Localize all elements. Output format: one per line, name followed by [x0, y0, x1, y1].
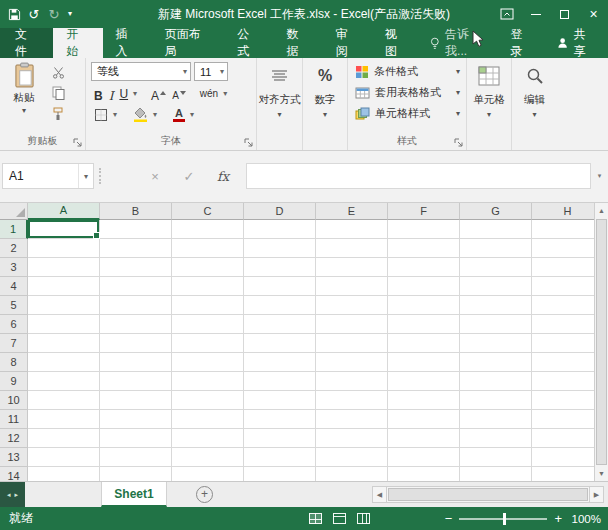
cell-G1[interactable]: [460, 220, 532, 239]
cell-C7[interactable]: [172, 334, 244, 353]
cell-D7[interactable]: [244, 334, 316, 353]
expand-formula-bar-button[interactable]: ▾: [592, 163, 607, 189]
cell-G2[interactable]: [460, 239, 532, 258]
cell-A3[interactable]: [28, 258, 100, 277]
save-button[interactable]: [4, 2, 24, 26]
cell-C8[interactable]: [172, 353, 244, 372]
cell-C5[interactable]: [172, 296, 244, 315]
cell-D2[interactable]: [244, 239, 316, 258]
scroll-up-button[interactable]: ▲: [595, 203, 608, 218]
cell-E6[interactable]: [316, 315, 388, 334]
cell-E7[interactable]: [316, 334, 388, 353]
previous-sheet-icon[interactable]: ◂: [7, 491, 11, 499]
paste-button[interactable]: 粘贴 ▾: [4, 62, 44, 126]
cell-A1[interactable]: [28, 220, 100, 239]
cell-F12[interactable]: [388, 429, 460, 448]
cancel-button[interactable]: ×: [140, 163, 170, 189]
tab-insert[interactable]: 插入: [103, 28, 152, 58]
phonetic-guide-button[interactable]: wén ▾: [197, 84, 230, 103]
borders-button[interactable]: ▾: [91, 105, 120, 124]
cell-F11[interactable]: [388, 410, 460, 429]
row-header-12[interactable]: 12: [0, 429, 28, 448]
row-header-2[interactable]: 2: [0, 239, 28, 258]
conditional-formatting-button[interactable]: 条件格式 ▾: [351, 62, 463, 81]
share-button[interactable]: 共享: [545, 28, 608, 58]
sheet-tab-sheet1[interactable]: Sheet1: [101, 482, 167, 507]
shrink-font-button[interactable]: A: [169, 84, 189, 103]
cell-A4[interactable]: [28, 277, 100, 296]
tab-file[interactable]: 文件: [0, 28, 53, 58]
cell-E12[interactable]: [316, 429, 388, 448]
cell-G3[interactable]: [460, 258, 532, 277]
cell-C13[interactable]: [172, 448, 244, 467]
cell-A2[interactable]: [28, 239, 100, 258]
cell-A14[interactable]: [28, 467, 100, 481]
cell-F1[interactable]: [388, 220, 460, 239]
cell-G12[interactable]: [460, 429, 532, 448]
cell-F2[interactable]: [388, 239, 460, 258]
cell-E4[interactable]: [316, 277, 388, 296]
cell-E3[interactable]: [316, 258, 388, 277]
row-header-8[interactable]: 8: [0, 353, 28, 372]
cell-G10[interactable]: [460, 391, 532, 410]
cell-B8[interactable]: [100, 353, 172, 372]
ribbon-display-options-button[interactable]: [492, 0, 521, 28]
cell-A6[interactable]: [28, 315, 100, 334]
alignment-button[interactable]: 对齐方式 ▾: [258, 63, 302, 119]
cell-B9[interactable]: [100, 372, 172, 391]
grow-font-button[interactable]: A: [148, 84, 169, 103]
new-sheet-button[interactable]: +: [196, 486, 213, 503]
row-header-10[interactable]: 10: [0, 391, 28, 410]
cell-C11[interactable]: [172, 410, 244, 429]
cell-B13[interactable]: [100, 448, 172, 467]
bold-button[interactable]: B: [91, 84, 106, 103]
cell-G7[interactable]: [460, 334, 532, 353]
cell-C9[interactable]: [172, 372, 244, 391]
cell-D10[interactable]: [244, 391, 316, 410]
cell-B5[interactable]: [100, 296, 172, 315]
cell-B14[interactable]: [100, 467, 172, 481]
cell-B2[interactable]: [100, 239, 172, 258]
cell-E14[interactable]: [316, 467, 388, 481]
tab-home[interactable]: 开始: [53, 28, 102, 58]
format-as-table-button[interactable]: 套用表格格式 ▾: [351, 83, 463, 102]
row-header-4[interactable]: 4: [0, 277, 28, 296]
horizontal-scrollbar-thumb[interactable]: [388, 488, 588, 501]
zoom-level[interactable]: 100%: [569, 513, 601, 525]
cell-F4[interactable]: [388, 277, 460, 296]
cell-B3[interactable]: [100, 258, 172, 277]
cell-G13[interactable]: [460, 448, 532, 467]
format-painter-button[interactable]: [47, 105, 69, 123]
fill-color-button[interactable]: ▾: [130, 105, 160, 124]
column-header-B[interactable]: B: [100, 203, 172, 220]
page-break-view-button[interactable]: [357, 513, 370, 524]
cell-D13[interactable]: [244, 448, 316, 467]
cell-B7[interactable]: [100, 334, 172, 353]
cell-C14[interactable]: [172, 467, 244, 481]
cell-G11[interactable]: [460, 410, 532, 429]
sheet-nav-buttons[interactable]: ◂ ▸: [0, 482, 25, 507]
cell-G4[interactable]: [460, 277, 532, 296]
cell-A11[interactable]: [28, 410, 100, 429]
customize-qat-button[interactable]: ▾: [64, 2, 76, 26]
enter-button[interactable]: ✓: [174, 163, 204, 189]
cell-G6[interactable]: [460, 315, 532, 334]
formula-bar-splitter[interactable]: [99, 168, 101, 184]
copy-button[interactable]: [47, 84, 69, 102]
redo-button[interactable]: ↻: [44, 2, 64, 26]
tab-review[interactable]: 审阅: [323, 28, 372, 58]
cell-C12[interactable]: [172, 429, 244, 448]
cell-E10[interactable]: [316, 391, 388, 410]
cell-styles-button[interactable]: 单元格样式 ▾: [351, 104, 463, 123]
cell-D4[interactable]: [244, 277, 316, 296]
cell-G14[interactable]: [460, 467, 532, 481]
editing-button[interactable]: 编辑 ▾: [513, 63, 557, 119]
close-button[interactable]: ×: [579, 0, 608, 28]
cell-E1[interactable]: [316, 220, 388, 239]
font-dialog-launcher[interactable]: [243, 137, 254, 148]
cell-F13[interactable]: [388, 448, 460, 467]
cells-button[interactable]: 单元格 ▾: [467, 63, 511, 119]
cell-A13[interactable]: [28, 448, 100, 467]
chevron-down-icon[interactable]: ▾: [78, 164, 93, 188]
normal-view-button[interactable]: [309, 513, 322, 524]
